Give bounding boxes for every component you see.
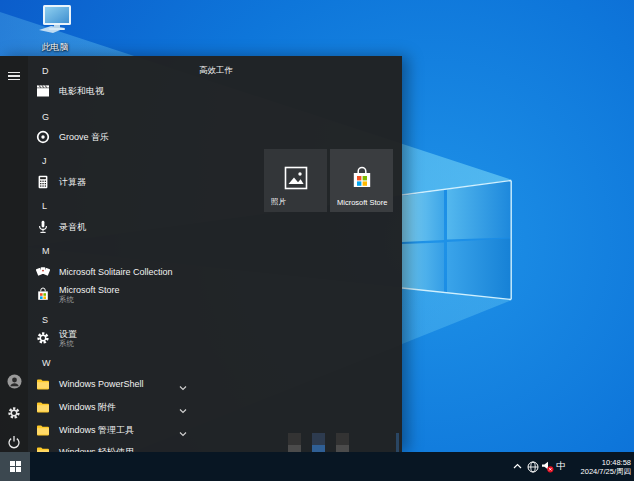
store-icon [350, 166, 374, 194]
app-label: 电影和电视 [59, 86, 104, 96]
network-status-button[interactable] [526, 452, 540, 481]
store-icon [36, 287, 50, 301]
hamburger-menu-button[interactable] [0, 63, 28, 89]
power-icon [7, 435, 21, 449]
folder-item-windows-ease-of-access[interactable]: Windows 轻松使用 [36, 442, 250, 452]
section-header-l[interactable]: L [42, 196, 47, 216]
app-item-groove-music[interactable]: Groove 音乐 [36, 127, 250, 147]
partial-tile [312, 433, 325, 452]
chevron-down-icon[interactable] [178, 425, 188, 443]
chevron-down-icon[interactable] [178, 379, 188, 397]
app-label: Microsoft Solitaire Collection [59, 267, 173, 277]
start-menu-app-list: D 电影和电视 G Groove 音乐 J 计算器 [28, 56, 258, 452]
section-header-w[interactable]: W [42, 353, 51, 373]
app-item-movies-tv[interactable]: 电影和电视 [36, 81, 250, 101]
hidden-icons-button[interactable] [510, 452, 524, 481]
groove-music-icon [36, 130, 50, 144]
app-item-settings[interactable]: 设置 系统 [36, 326, 250, 350]
settings-button[interactable] [0, 400, 28, 426]
section-header-m[interactable]: M [42, 241, 50, 261]
ime-label: 中 [556, 460, 566, 473]
start-button[interactable] [0, 452, 30, 481]
tile-microsoft-store[interactable]: Microsoft Store [330, 149, 393, 212]
partial-tile [336, 433, 349, 452]
section-header-d[interactable]: D [42, 61, 49, 81]
app-label: 录音机 [59, 222, 86, 232]
start-menu: D 电影和电视 G Groove 音乐 J 计算器 [0, 56, 402, 452]
voice-recorder-icon [36, 220, 50, 234]
settings-gear-icon [36, 331, 50, 345]
section-header-g[interactable]: G [42, 107, 49, 127]
partial-tile [288, 433, 301, 452]
tile-photos[interactable]: 照片 [264, 149, 327, 212]
tile-label: Microsoft Store [337, 198, 387, 207]
desktop-icon-this-pc[interactable]: 此电脑 [22, 4, 88, 54]
folder-icon [36, 377, 50, 391]
photos-icon [284, 166, 308, 194]
folder-icon [36, 445, 50, 452]
app-label: 计算器 [59, 177, 86, 187]
power-button[interactable] [0, 429, 28, 452]
calculator-icon [36, 175, 50, 189]
app-label: 设置 [59, 329, 77, 339]
gear-icon [7, 406, 21, 420]
volume-muted-icon [541, 460, 554, 473]
app-item-microsoft-store[interactable]: Microsoft Store 系统 [36, 282, 250, 306]
clock-date: 2024/7/25/周四 [581, 467, 631, 476]
movies-tv-icon [36, 84, 50, 98]
tile-group-title[interactable]: 高效工作 [199, 65, 233, 77]
start-menu-rail [0, 56, 28, 452]
user-avatar-icon [7, 374, 22, 389]
tile-label: 照片 [271, 197, 286, 207]
folder-icon [36, 423, 50, 437]
app-label: Groove 音乐 [59, 132, 109, 142]
windows-logo-icon [10, 461, 21, 472]
user-account-button[interactable] [0, 368, 28, 394]
folder-label: Windows 附件 [59, 402, 116, 412]
chevron-down-icon[interactable] [178, 402, 188, 420]
folder-icon [36, 400, 50, 414]
solitaire-icon [36, 265, 50, 279]
section-header-j[interactable]: J [42, 151, 47, 171]
app-subtitle: 系统 [59, 339, 77, 348]
tiles-scrollbar[interactable] [396, 433, 399, 452]
ime-indicator[interactable]: 中 [554, 452, 568, 481]
app-subtitle: 系统 [59, 295, 120, 304]
desktop-icon-label: 此电脑 [22, 41, 88, 54]
taskbar: 中 10:48:58 2024/7/25/周四 [0, 452, 634, 481]
taskbar-clock[interactable]: 10:48:58 2024/7/25/周四 [573, 452, 631, 481]
this-pc-icon [35, 4, 75, 36]
folder-label: Windows 管理工具 [59, 425, 134, 435]
windows-desktop: 此电脑 [0, 0, 634, 481]
folder-item-windows-powershell[interactable]: Windows PowerShell [36, 374, 250, 394]
folder-item-windows-admin-tools[interactable]: Windows 管理工具 [36, 420, 250, 440]
clock-time: 10:48:58 [602, 458, 631, 467]
app-item-calculator[interactable]: 计算器 [36, 172, 250, 192]
app-label: Microsoft Store [59, 285, 120, 295]
app-item-voice-recorder[interactable]: 录音机 [36, 217, 250, 237]
volume-button[interactable] [540, 452, 554, 481]
chevron-up-icon [512, 461, 523, 472]
network-globe-icon [527, 461, 539, 473]
folder-label: Windows PowerShell [59, 379, 144, 389]
folder-item-windows-accessories[interactable]: Windows 附件 [36, 397, 250, 417]
app-item-solitaire[interactable]: Microsoft Solitaire Collection [36, 262, 250, 282]
